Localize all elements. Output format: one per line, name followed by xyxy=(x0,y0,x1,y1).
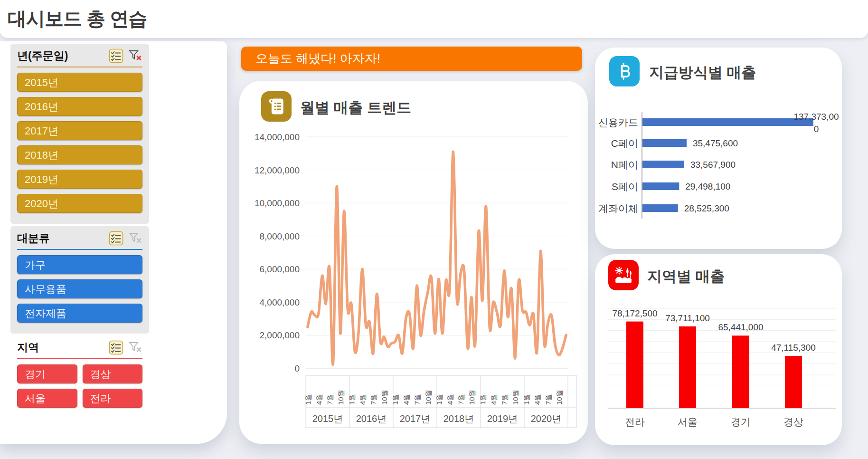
region-bar xyxy=(679,326,696,408)
card-payment-method: 지급방식별 매출 신용카드137,373,000C페이35,475,600N페이… xyxy=(595,48,842,249)
payment-method-chart: 신용카드137,373,000C페이35,475,600N페이33,567,90… xyxy=(595,48,842,249)
svg-text:35,475,600: 35,475,600 xyxy=(693,138,738,148)
svg-text:73,711,100: 73,711,100 xyxy=(665,313,710,323)
svg-text:7월: 7월 xyxy=(544,394,552,405)
slicer-item[interactable]: 2016년 xyxy=(17,97,142,116)
slicer-region: 지역 경기경상서울전라 xyxy=(10,335,149,413)
slicer-item[interactable]: 경상 xyxy=(83,364,143,383)
multi-select-icon[interactable] xyxy=(109,231,123,246)
svg-text:6,000,000: 6,000,000 xyxy=(259,264,300,274)
svg-text:1월: 1월 xyxy=(522,394,530,405)
slicer-category-items: 가구사무용품전자제품 xyxy=(17,250,142,323)
svg-text:10월: 10월 xyxy=(511,390,519,405)
svg-text:신용카드: 신용카드 xyxy=(598,117,638,128)
slicer-year-title: 년(주문일) xyxy=(17,48,104,63)
svg-text:7월: 7월 xyxy=(457,394,465,405)
svg-text:14,000,000: 14,000,000 xyxy=(255,132,300,142)
svg-text:10월: 10월 xyxy=(424,390,432,405)
multi-select-icon[interactable] xyxy=(109,340,123,355)
region-bar xyxy=(785,356,802,408)
svg-text:4월: 4월 xyxy=(533,394,541,405)
banner: 오늘도 해냈다! 아자자! xyxy=(241,47,582,71)
region-bar xyxy=(626,322,643,408)
svg-text:47,115,300: 47,115,300 xyxy=(771,343,816,353)
slicer-item[interactable]: 서울 xyxy=(17,389,77,408)
slicer-item[interactable]: 가구 xyxy=(17,255,142,274)
svg-text:0: 0 xyxy=(294,363,300,373)
page-title: 대시보드 총 연습 xyxy=(8,6,147,32)
slicer-region-items: 경기경상서울전라 xyxy=(17,359,142,408)
svg-text:N페이: N페이 xyxy=(611,159,638,170)
payment-bar xyxy=(642,204,678,212)
slicer-category-title: 대분류 xyxy=(17,231,104,246)
svg-text:4월: 4월 xyxy=(315,394,323,405)
svg-text:65,441,000: 65,441,000 xyxy=(718,322,763,332)
region-bar xyxy=(732,335,749,408)
svg-text:2016년: 2016년 xyxy=(356,413,387,424)
svg-text:29,498,100: 29,498,100 xyxy=(685,182,730,191)
svg-text:2018년: 2018년 xyxy=(443,413,474,424)
svg-text:1월: 1월 xyxy=(304,394,312,405)
svg-text:10월: 10월 xyxy=(555,390,563,405)
slicer-year: 년(주문일) 2015년2016년2017년2018년2019년2020년 xyxy=(10,44,149,224)
multi-select-icon[interactable] xyxy=(109,48,123,63)
clear-filter-icon[interactable] xyxy=(128,340,142,355)
slicer-item[interactable]: 전라 xyxy=(83,389,143,408)
slicer-item[interactable]: 2020년 xyxy=(17,194,142,213)
svg-text:7월: 7월 xyxy=(326,394,334,405)
svg-text:경상: 경상 xyxy=(783,416,803,427)
slicer-item[interactable]: 사무용품 xyxy=(17,279,142,298)
slicer-item[interactable]: 2017년 xyxy=(17,121,142,140)
slicer-region-title: 지역 xyxy=(17,340,104,355)
svg-text:7월: 7월 xyxy=(369,394,377,405)
trend-line xyxy=(308,152,566,364)
svg-text:12,000,000: 12,000,000 xyxy=(255,165,300,175)
svg-text:계좌이체: 계좌이체 xyxy=(598,203,638,214)
svg-text:10월: 10월 xyxy=(337,390,345,405)
slicer-item[interactable]: 경기 xyxy=(17,364,77,383)
svg-text:28,525,300: 28,525,300 xyxy=(684,203,729,213)
svg-text:4월: 4월 xyxy=(446,394,454,405)
svg-text:서울: 서울 xyxy=(678,416,698,427)
svg-text:137,373,00: 137,373,00 xyxy=(793,112,839,122)
svg-text:1월: 1월 xyxy=(479,394,487,405)
app-header: 대시보드 총 연습 xyxy=(0,0,868,38)
svg-text:0: 0 xyxy=(814,124,819,134)
payment-bar xyxy=(642,139,687,147)
slicer-category-header: 대분류 xyxy=(17,231,142,250)
svg-text:7월: 7월 xyxy=(413,394,421,405)
svg-text:2017년: 2017년 xyxy=(400,413,431,424)
svg-text:78,172,500: 78,172,500 xyxy=(612,308,657,318)
payment-bar xyxy=(642,118,813,126)
svg-text:1월: 1월 xyxy=(435,394,443,405)
svg-text:2,000,000: 2,000,000 xyxy=(259,330,300,340)
svg-text:7월: 7월 xyxy=(500,394,509,405)
svg-text:1월: 1월 xyxy=(391,394,399,405)
slicer-item[interactable]: 2018년 xyxy=(17,145,142,164)
card-region-sales: 지역별 매출 78,172,500전라73,711,100서울65,441,00… xyxy=(595,254,842,445)
slicer-item[interactable]: 전자제품 xyxy=(17,304,142,323)
payment-bar xyxy=(642,182,679,190)
slicer-item[interactable]: 2015년 xyxy=(17,73,142,92)
slicer-item[interactable]: 2019년 xyxy=(17,170,142,189)
svg-text:C페이: C페이 xyxy=(611,138,638,149)
svg-text:10월: 10월 xyxy=(380,390,388,405)
svg-text:4월: 4월 xyxy=(359,394,367,405)
svg-text:S페이: S페이 xyxy=(612,181,638,192)
clear-filter-icon[interactable] xyxy=(128,48,142,63)
payment-bar xyxy=(642,161,684,168)
svg-text:2015년: 2015년 xyxy=(312,413,343,424)
slicer-year-header: 년(주문일) xyxy=(17,48,142,67)
card-monthly-trend: 월별 매출 트렌드 02,000,0004,000,0006,000,0008,… xyxy=(239,81,588,444)
svg-text:2020년: 2020년 xyxy=(531,413,562,424)
slicer-region-header: 지역 xyxy=(17,340,142,359)
svg-text:2019년: 2019년 xyxy=(487,413,518,424)
svg-text:전라: 전라 xyxy=(625,416,645,427)
svg-text:10,000,000: 10,000,000 xyxy=(255,198,300,208)
svg-text:4,000,000: 4,000,000 xyxy=(259,297,300,307)
svg-text:4월: 4월 xyxy=(402,394,410,405)
sidebar: 년(주문일) 2015년2016년2017년2018년2019년2020년 대분… xyxy=(0,41,227,444)
clear-filter-icon[interactable] xyxy=(128,231,142,246)
slicer-category: 대분류 가구사무용품전자제품 xyxy=(10,226,149,334)
svg-text:경기: 경기 xyxy=(731,416,751,427)
